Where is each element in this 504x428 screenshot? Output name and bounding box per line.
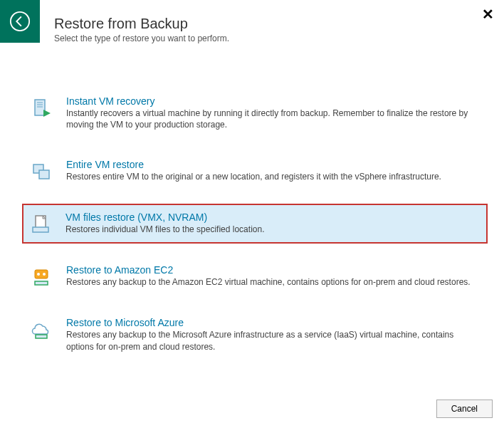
- close-button[interactable]: ✕: [482, 7, 494, 21]
- server-play-icon: [29, 95, 55, 130]
- cancel-button[interactable]: Cancel: [436, 400, 493, 418]
- svg-rect-12: [35, 281, 48, 285]
- option-instant-recovery[interactable]: Instant VM recovery Instantly recovers a…: [23, 88, 487, 138]
- option-description: Restores any backup to the Microsoft Azu…: [66, 329, 481, 352]
- svg-marker-5: [43, 110, 51, 117]
- option-title: Instant VM recovery: [66, 95, 481, 107]
- svg-rect-1: [35, 100, 45, 115]
- restore-options-list: Instant VM recovery Instantly recovers a…: [0, 52, 504, 360]
- svg-rect-11: [35, 270, 48, 278]
- page-title: Restore from Backup: [54, 16, 493, 32]
- option-title: Restore to Amazon EC2: [66, 264, 481, 276]
- option-title: VM files restore (VMX, NVRAM): [65, 212, 481, 223]
- arrow-left-icon: [9, 11, 31, 32]
- option-vm-files[interactable]: VM files restore (VMX, NVRAM) Restores i…: [22, 204, 488, 244]
- svg-rect-7: [39, 170, 49, 179]
- cloud-azure-icon: [29, 317, 55, 352]
- back-button[interactable]: [0, 0, 40, 43]
- footer: Cancel: [436, 400, 493, 418]
- aws-icon: [29, 264, 55, 288]
- option-description: Restores individual VM files to the spec…: [65, 224, 481, 235]
- option-azure[interactable]: Restore to Microsoft Azure Restores any …: [23, 309, 487, 360]
- vm-boxes-icon: [29, 159, 55, 183]
- option-description: Restores any backup to the Amazon EC2 vi…: [66, 276, 481, 288]
- option-amazon-ec2[interactable]: Restore to Amazon EC2 Restores any backu…: [23, 256, 487, 296]
- option-title: Entire VM restore: [66, 159, 481, 170]
- option-entire-vm[interactable]: Entire VM restore Restores entire VM to …: [23, 151, 487, 191]
- svg-point-14: [43, 273, 46, 276]
- page-subtitle: Select the type of restore you want to p…: [54, 33, 493, 43]
- svg-point-13: [37, 273, 40, 276]
- svg-rect-10: [33, 227, 48, 232]
- svg-point-0: [11, 12, 29, 31]
- file-restore-icon: [28, 212, 54, 236]
- wizard-header: Restore from Backup Select the type of r…: [0, 0, 504, 52]
- option-description: Restores entire VM to the original or a …: [66, 171, 481, 182]
- option-title: Restore to Microsoft Azure: [66, 317, 481, 328]
- option-description: Instantly recovers a virtual machine by …: [66, 108, 481, 130]
- svg-rect-15: [36, 335, 47, 338]
